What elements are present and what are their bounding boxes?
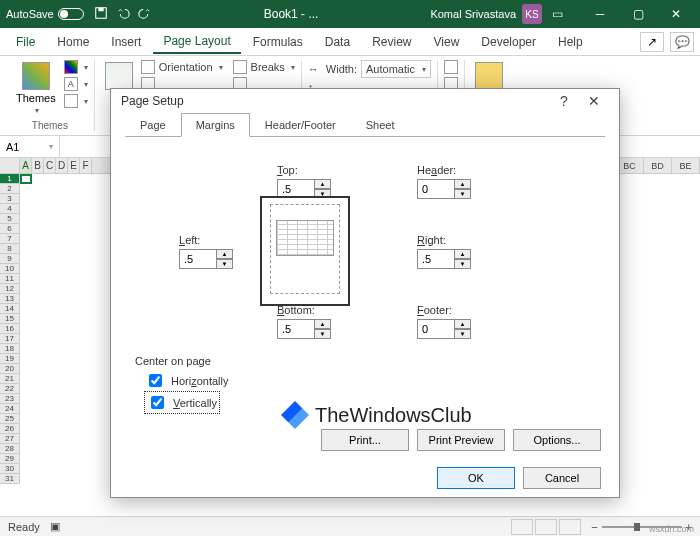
tab-home[interactable]: Home (47, 31, 99, 53)
tab-view[interactable]: View (424, 31, 470, 53)
row-header[interactable]: 19 (0, 354, 20, 364)
row-header[interactable]: 24 (0, 404, 20, 414)
tab-review[interactable]: Review (362, 31, 421, 53)
bottom-margin-input[interactable] (277, 319, 315, 339)
header-margin-input[interactable] (417, 179, 455, 199)
dialog-tab-sheet[interactable]: Sheet (351, 113, 410, 137)
left-margin-input[interactable] (179, 249, 217, 269)
spin-up-icon[interactable]: ▲ (455, 179, 471, 189)
autosave-toggle[interactable]: AutoSave (6, 8, 84, 20)
normal-view-button[interactable] (511, 519, 533, 535)
row-header[interactable]: 9 (0, 254, 20, 264)
page-break-view-button[interactable] (559, 519, 581, 535)
row-header[interactable]: 8 (0, 244, 20, 254)
col-header[interactable]: E (68, 158, 80, 173)
spin-down-icon[interactable]: ▼ (455, 189, 471, 199)
save-icon[interactable] (94, 6, 108, 23)
row-header[interactable]: 29 (0, 454, 20, 464)
zoom-out-icon[interactable]: − (591, 521, 597, 533)
cancel-button[interactable]: Cancel (523, 467, 601, 489)
row-header[interactable]: 10 (0, 264, 20, 274)
center-vertically-checkbox[interactable]: Vertically (145, 392, 219, 413)
options-button[interactable]: Options... (513, 429, 601, 451)
row-header[interactable]: 20 (0, 364, 20, 374)
tab-page-layout[interactable]: Page Layout (153, 30, 240, 54)
row-header[interactable]: 3 (0, 194, 20, 204)
comments-button[interactable]: 💬 (670, 32, 694, 52)
row-header[interactable]: 30 (0, 464, 20, 474)
row-header[interactable]: 5 (0, 214, 20, 224)
row-header[interactable]: 17 (0, 334, 20, 344)
header-margin-spinner[interactable]: ▲▼ (417, 179, 473, 199)
tab-file[interactable]: File (6, 31, 45, 53)
dialog-tab-header-footer[interactable]: Header/Footer (250, 113, 351, 137)
share-button[interactable]: ↗ (640, 32, 664, 52)
dialog-help-button[interactable]: ? (549, 89, 579, 113)
tab-data[interactable]: Data (315, 31, 360, 53)
row-header[interactable]: 7 (0, 234, 20, 244)
row-header[interactable]: 14 (0, 304, 20, 314)
orientation-button[interactable]: Orientation▾ (141, 60, 223, 74)
spin-down-icon[interactable]: ▼ (315, 329, 331, 339)
checkbox-icon[interactable] (151, 396, 164, 409)
checkbox-icon[interactable] (149, 374, 162, 387)
col-header[interactable]: A (20, 158, 32, 173)
col-header[interactable]: BE (672, 158, 700, 173)
colors-button[interactable]: ▾ (64, 60, 88, 74)
row-header[interactable]: 18 (0, 344, 20, 354)
user-account[interactable]: Komal Srivastava KS (430, 4, 542, 24)
row-header[interactable]: 11 (0, 274, 20, 284)
row-header[interactable]: 13 (0, 294, 20, 304)
row-header[interactable]: 15 (0, 314, 20, 324)
spin-up-icon[interactable]: ▲ (217, 249, 233, 259)
spin-up-icon[interactable]: ▲ (315, 319, 331, 329)
row-header[interactable]: 23 (0, 394, 20, 404)
themes-button[interactable]: Themes ▾ (12, 60, 60, 117)
col-header[interactable]: BD (644, 158, 672, 173)
spin-up-icon[interactable]: ▲ (455, 319, 471, 329)
footer-margin-spinner[interactable]: ▲▼ (417, 319, 473, 339)
col-header[interactable]: D (56, 158, 68, 173)
width-control[interactable]: ↔ Width: Automatic▾ (308, 60, 431, 78)
col-header[interactable]: B (32, 158, 44, 173)
name-box[interactable]: A1 (0, 136, 60, 157)
print-button[interactable]: Print... (321, 429, 409, 451)
breaks-button[interactable]: Breaks▾ (233, 60, 295, 74)
left-margin-spinner[interactable]: ▲▼ (179, 249, 235, 269)
spin-down-icon[interactable]: ▼ (455, 259, 471, 269)
row-header[interactable]: 6 (0, 224, 20, 234)
ok-button[interactable]: OK (437, 467, 515, 489)
footer-margin-input[interactable] (417, 319, 455, 339)
minimize-button[interactable]: ─ (582, 2, 618, 26)
row-header[interactable]: 22 (0, 384, 20, 394)
row-header[interactable]: 25 (0, 414, 20, 424)
tab-developer[interactable]: Developer (471, 31, 546, 53)
print-preview-button[interactable]: Print Preview (417, 429, 505, 451)
right-margin-input[interactable] (417, 249, 455, 269)
bottom-margin-spinner[interactable]: ▲▼ (277, 319, 333, 339)
row-header[interactable]: 28 (0, 444, 20, 454)
col-header[interactable]: BC (616, 158, 644, 173)
dialog-close-button[interactable]: ✕ (579, 89, 609, 113)
tab-formulas[interactable]: Formulas (243, 31, 313, 53)
row-header[interactable]: 31 (0, 474, 20, 484)
row-header[interactable]: 16 (0, 324, 20, 334)
spin-down-icon[interactable]: ▼ (455, 329, 471, 339)
dialog-tab-margins[interactable]: Margins (181, 113, 250, 137)
row-header[interactable]: 12 (0, 284, 20, 294)
col-header[interactable]: F (80, 158, 92, 173)
effects-button[interactable]: ▾ (64, 94, 88, 108)
spin-up-icon[interactable]: ▲ (315, 179, 331, 189)
fonts-button[interactable]: A▾ (64, 77, 88, 91)
maximize-button[interactable]: ▢ (620, 2, 656, 26)
ribbon-display-icon[interactable]: ▭ (542, 7, 572, 21)
select-all-corner[interactable] (0, 158, 20, 173)
page-layout-view-button[interactable] (535, 519, 557, 535)
center-horizontally-checkbox[interactable]: Horizontally (145, 371, 595, 390)
col-header[interactable]: C (44, 158, 56, 173)
row-header[interactable]: 27 (0, 434, 20, 444)
undo-icon[interactable] (116, 6, 130, 23)
row-header[interactable]: 1 (0, 174, 20, 184)
right-margin-spinner[interactable]: ▲▼ (417, 249, 473, 269)
row-header[interactable]: 4 (0, 204, 20, 214)
